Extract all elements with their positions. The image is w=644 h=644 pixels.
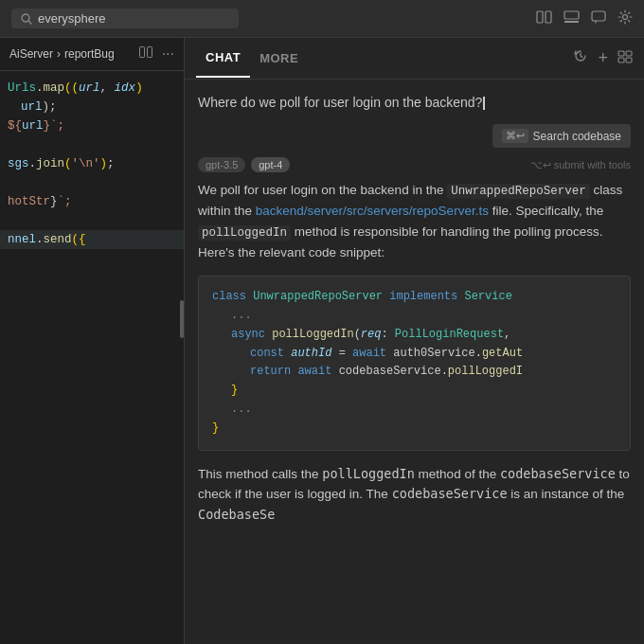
response-footer: This method calls the pollLoggedIn metho… — [198, 464, 631, 526]
footer-service2: codebaseService — [392, 486, 508, 501]
code-block-line4: const authId = await auth0Service.getAut — [212, 345, 617, 364]
svg-point-0 — [22, 14, 29, 22]
response-method: pollLoggedIn — [198, 225, 291, 241]
split-view-icon[interactable] — [139, 45, 152, 63]
code-line: nnel.send({ — [0, 230, 184, 249]
cursor — [483, 97, 485, 110]
model-pills: gpt-3.5 gpt-4 — [198, 157, 290, 172]
breadcrumb-separator: › — [57, 47, 61, 61]
svg-rect-9 — [147, 47, 152, 58]
code-line: sgs.join('\n'); — [0, 154, 184, 173]
svg-rect-8 — [139, 47, 144, 58]
code-block: class UnwrappedRepoServer implements Ser… — [198, 276, 631, 450]
breadcrumb: AiServer › reportBug — [9, 47, 115, 61]
tab-more[interactable]: MORE — [250, 40, 308, 77]
submit-hint: ⌥↩ submit with tools — [530, 159, 631, 171]
history-icon[interactable] — [573, 49, 588, 67]
code-line: hotStr}`; — [0, 192, 184, 211]
footer1: This method calls the — [198, 467, 322, 481]
code-block-line1: class UnwrappedRepoServer implements Ser… — [212, 288, 617, 307]
code-block-line3: async pollLoggedIn(req: PollLoginRequest… — [212, 326, 617, 345]
svg-rect-13 — [626, 58, 632, 63]
code-line: Urls.map((url, idx) — [0, 79, 184, 98]
search-bar[interactable]: everysphere — [11, 9, 239, 28]
code-line: url); — [0, 98, 184, 116]
code-block-line6: } — [212, 382, 617, 401]
svg-rect-3 — [546, 11, 551, 23]
chat-tabs: CHAT MORE + — [185, 38, 644, 80]
footer-method: pollLoggedIn — [322, 466, 415, 481]
search-codebase-label: Search codebase — [533, 130, 621, 143]
svg-point-7 — [623, 14, 628, 19]
code-block-line2: ... — [212, 307, 617, 326]
svg-line-1 — [29, 21, 32, 24]
tab-chat[interactable]: CHAT — [196, 39, 250, 78]
chat-icon[interactable] — [591, 10, 606, 27]
svg-rect-4 — [564, 11, 579, 19]
left-scrollbar[interactable] — [180, 300, 184, 338]
more-icon[interactable]: ··· — [162, 45, 174, 63]
right-panel: CHAT MORE + — [185, 38, 644, 644]
svg-rect-11 — [626, 51, 632, 56]
breadcrumb-child: reportBug — [64, 47, 115, 61]
chat-content[interactable]: Where do we poll for user login on the b… — [185, 80, 644, 644]
response-file-link[interactable]: backend/server/src/servers/repoServer.ts — [256, 204, 489, 218]
code-area: Urls.map((url, idx) url); ${url}`; sgs.j… — [0, 71, 184, 644]
code-line — [0, 173, 184, 192]
left-panel: AiServer › reportBug ··· Urls.map((url, … — [0, 38, 185, 644]
svg-rect-6 — [592, 11, 605, 21]
search-codebase-container: ⌘↩ Search codebase — [198, 124, 631, 148]
model-row: gpt-3.5 gpt-4 ⌥↩ submit with tools — [198, 157, 631, 172]
footer2: method of the — [415, 467, 500, 481]
footer-service: codebaseService — [500, 466, 616, 481]
panel-icon[interactable] — [564, 10, 580, 27]
footer4: is an instance of the — [508, 487, 625, 501]
svg-rect-10 — [618, 51, 624, 56]
code-line — [0, 135, 184, 154]
main-area: AiServer › reportBug ··· Urls.map((url, … — [0, 38, 644, 644]
code-block-line5: return await codebaseService.pollLoggedI — [212, 363, 617, 382]
code-line: ${url}`; — [0, 116, 184, 135]
search-icon — [21, 13, 32, 25]
code-block-line7: ... — [212, 401, 617, 420]
split-editor-icon[interactable] — [536, 10, 552, 27]
left-panel-header: AiServer › reportBug ··· — [0, 38, 184, 71]
left-panel-actions: ··· — [139, 45, 174, 63]
svg-rect-12 — [618, 58, 624, 63]
model-gpt4[interactable]: gpt-4 — [251, 157, 290, 172]
title-bar: everysphere — [0, 0, 644, 38]
response-file-end: file. Specifically, the — [489, 204, 603, 218]
code-block-line8: } — [212, 420, 617, 438]
keyboard-shortcut: ⌘↩ — [502, 129, 528, 143]
model-gpt35[interactable]: gpt-3.5 — [198, 157, 245, 172]
search-text: everysphere — [38, 11, 106, 26]
expand-icon[interactable] — [617, 50, 633, 66]
code-line — [0, 211, 184, 230]
breadcrumb-root: AiServer — [9, 47, 53, 61]
add-chat-icon[interactable]: + — [598, 48, 608, 68]
user-question: Where do we poll for user login on the b… — [198, 93, 631, 113]
response-intro: We poll for user login on the backend in… — [198, 183, 447, 197]
tab-actions: + — [573, 48, 633, 68]
title-bar-actions — [536, 9, 633, 28]
svg-rect-5 — [564, 21, 579, 23]
svg-rect-2 — [537, 11, 543, 23]
settings-icon[interactable] — [617, 9, 633, 28]
search-codebase-button[interactable]: ⌘↩ Search codebase — [492, 124, 631, 148]
footer-class: CodebaseSe — [198, 507, 275, 522]
response-text: We poll for user login on the backend in… — [198, 180, 631, 262]
response-class: UnwrappedRepoServer — [447, 184, 590, 199]
